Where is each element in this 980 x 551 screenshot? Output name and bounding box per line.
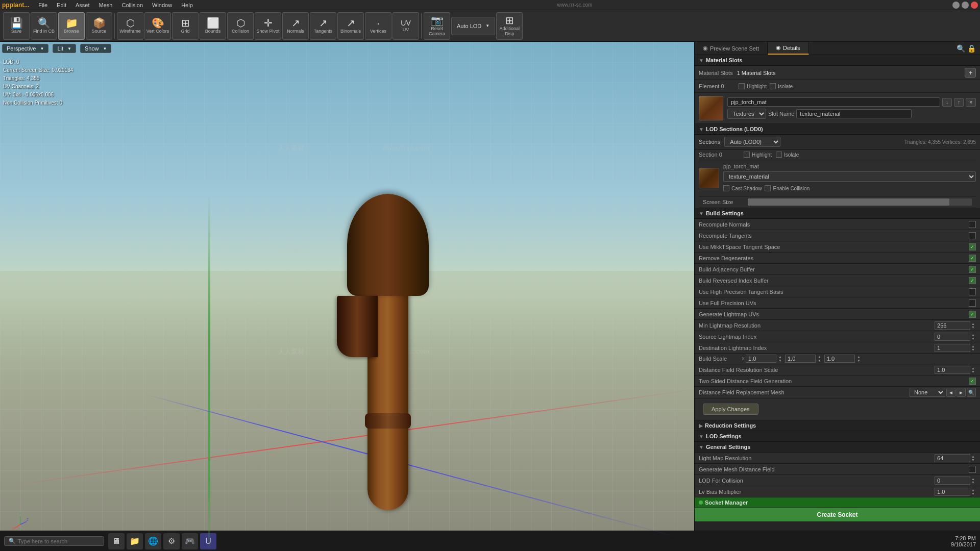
- adjacency-cb[interactable]: [969, 266, 976, 273]
- lod-sections-header[interactable]: ▼ LOD Sections (LOD0): [695, 124, 980, 135]
- lv-bias-down[interactable]: ▼: [970, 492, 976, 495]
- reset-camera-tool[interactable]: 📷 Reset Camera: [424, 12, 450, 40]
- enable-collision-cb[interactable]: [765, 185, 771, 191]
- textures-dropdown[interactable]: Textures: [727, 109, 766, 119]
- isolate-checkbox[interactable]: [770, 83, 776, 89]
- dest-lightmap-up[interactable]: ▲: [970, 344, 976, 348]
- lit-dropdown[interactable]: Lit: [53, 44, 76, 53]
- gen-mesh-dist-cb[interactable]: [969, 466, 976, 473]
- source-tool[interactable]: 📦 Source: [86, 12, 112, 40]
- lod-auto-dropdown[interactable]: Auto (LOD0): [724, 137, 780, 147]
- menu-collision[interactable]: Collision: [117, 1, 147, 9]
- mat-use-btn[interactable]: ↑: [954, 98, 964, 107]
- menu-help[interactable]: Help: [177, 1, 197, 9]
- recompute-normals-cb[interactable]: [969, 221, 976, 228]
- show-dropdown[interactable]: Show: [80, 44, 111, 53]
- normals-tool[interactable]: ↗ Normals: [282, 12, 309, 40]
- y-up[interactable]: ▲: [817, 355, 822, 359]
- maximize-btn[interactable]: [962, 2, 969, 9]
- high-precision-cb[interactable]: [969, 288, 976, 295]
- dist-field-down[interactable]: ▼: [970, 370, 976, 373]
- add-material-slot-btn[interactable]: +: [965, 68, 976, 78]
- scale-x-input[interactable]: [746, 355, 776, 363]
- section0-isolate-cb[interactable]: [776, 152, 782, 158]
- reduction-settings-header[interactable]: ▶ Reduction Settings: [695, 420, 980, 431]
- light-map-up[interactable]: ▲: [970, 455, 976, 458]
- mat-browse-btn[interactable]: ↓: [942, 98, 952, 107]
- menu-asset[interactable]: Asset: [71, 1, 94, 9]
- dest-lightmap-input[interactable]: [935, 344, 970, 352]
- binormals-tool[interactable]: ↗ Binormals: [337, 12, 364, 40]
- tangents-tool[interactable]: ↗ Tangents: [310, 12, 336, 40]
- lod-collision-down[interactable]: ▼: [970, 481, 976, 484]
- lod-collision-input[interactable]: [935, 477, 970, 485]
- min-lightmap-res-input[interactable]: [935, 321, 970, 330]
- menu-window[interactable]: Window: [148, 1, 176, 9]
- x-down[interactable]: ▼: [777, 359, 783, 362]
- dist-field-up[interactable]: ▲: [970, 366, 976, 370]
- light-map-res-input[interactable]: [935, 454, 970, 462]
- menu-file[interactable]: File: [34, 1, 52, 9]
- source-lightmap-down[interactable]: ▼: [970, 337, 976, 340]
- taskbar-icon-4[interactable]: ⚙: [163, 533, 180, 549]
- lod-mat-slot-dropdown[interactable]: texture_material: [723, 171, 976, 182]
- slot-name-field[interactable]: [796, 109, 912, 118]
- scale-z-input[interactable]: [824, 355, 855, 363]
- remove-degen-cb[interactable]: [969, 255, 976, 262]
- cast-shadow-cb[interactable]: [723, 185, 729, 191]
- full-precision-uv-cb[interactable]: [969, 299, 976, 307]
- general-settings-header[interactable]: ▼ General Settings: [695, 442, 980, 453]
- menu-edit[interactable]: Edit: [53, 1, 70, 9]
- uv-tool[interactable]: UV UV: [393, 12, 419, 40]
- highlight-checkbox[interactable]: [739, 83, 745, 89]
- taskbar-icon-2[interactable]: 📁: [127, 533, 143, 549]
- vert-colors-tool[interactable]: 🎨 Vert Colors: [144, 12, 171, 40]
- taskbar-search-input[interactable]: [18, 538, 100, 544]
- taskbar-icon-3[interactable]: 🌐: [145, 533, 161, 549]
- screen-size-slider[interactable]: [748, 198, 972, 206]
- preview-scene-tab[interactable]: ◉ Preview Scene Sett: [695, 42, 768, 55]
- perspective-dropdown[interactable]: Perspective: [2, 44, 48, 53]
- dist-field-mesh-dropdown[interactable]: None: [910, 388, 945, 397]
- lod-settings-header[interactable]: ▼ LOD Settings: [695, 431, 980, 442]
- collision-tool[interactable]: ⬡ Collision: [227, 12, 254, 40]
- lock-btn[interactable]: 🔒: [967, 44, 976, 53]
- apply-changes-btn[interactable]: Apply Changes: [703, 404, 758, 415]
- min-lightmap-down[interactable]: ▼: [970, 325, 976, 329]
- lod-collision-up[interactable]: ▲: [970, 477, 976, 481]
- build-settings-header[interactable]: ▼ Build Settings: [695, 208, 980, 219]
- section0-highlight-cb[interactable]: [744, 152, 750, 158]
- dist-field-prev-btn[interactable]: ◄: [946, 388, 955, 397]
- save-tool[interactable]: 💾 Save: [3, 12, 30, 40]
- search-btn[interactable]: 🔍: [957, 44, 965, 53]
- material-name-field[interactable]: [727, 97, 940, 107]
- dist-field-next-btn[interactable]: ►: [957, 388, 966, 397]
- taskbar-icon-5[interactable]: 🎮: [182, 533, 198, 549]
- lv-bias-up[interactable]: ▲: [970, 488, 976, 492]
- details-tab[interactable]: ◉ Details: [768, 42, 809, 55]
- lv-bias-input[interactable]: [935, 488, 970, 496]
- material-slots-section-header[interactable]: ▼ Material Slots: [695, 55, 980, 66]
- grid-tool[interactable]: ⊞ Grid: [172, 12, 199, 40]
- gen-lightmap-cb[interactable]: [969, 311, 976, 318]
- z-up[interactable]: ▲: [856, 355, 862, 359]
- x-up[interactable]: ▲: [777, 355, 783, 359]
- mikkt-cb[interactable]: [969, 243, 976, 251]
- recompute-tangents-cb[interactable]: [969, 232, 976, 239]
- additional-disp-tool[interactable]: ⊞ Additional Disp: [496, 12, 523, 40]
- minimize-btn[interactable]: [952, 2, 960, 9]
- source-lightmap-input[interactable]: [935, 333, 970, 341]
- light-map-down[interactable]: ▼: [970, 458, 976, 462]
- dest-lightmap-down[interactable]: ▼: [970, 348, 976, 352]
- taskbar-search[interactable]: 🔍: [4, 536, 104, 546]
- dist-field-res-input[interactable]: [935, 366, 970, 374]
- browse-tool[interactable]: 📁 Browse: [58, 12, 85, 40]
- mat-clear-btn[interactable]: ×: [966, 98, 976, 107]
- auto-lod-dropdown[interactable]: Auto LOD: [451, 17, 495, 35]
- close-btn[interactable]: [971, 2, 978, 9]
- two-sided-dist-cb[interactable]: [969, 378, 976, 385]
- socket-manager-header[interactable]: Socket Manager: [695, 497, 980, 508]
- vertices-tool[interactable]: · Vertices: [365, 12, 391, 40]
- menu-mesh[interactable]: Mesh: [95, 1, 117, 9]
- y-down[interactable]: ▼: [817, 359, 822, 362]
